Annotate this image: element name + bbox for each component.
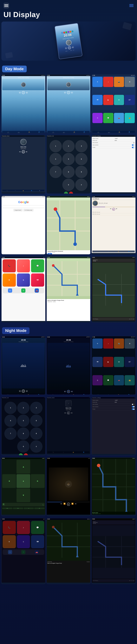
night-app-4[interactable]: ⚙ <box>124 338 135 349</box>
night-ios-messages[interactable]: 💬 <box>31 521 44 534</box>
map-go-btn[interactable]: GO <box>48 253 52 254</box>
nav-right[interactable]: ► <box>31 474 44 488</box>
app-carplay[interactable]: 🚗 <box>114 113 124 123</box>
hamburger-icon[interactable] <box>4 3 9 9</box>
nav-btn-3[interactable]: N <box>24 508 34 509</box>
ios-doc-1[interactable]: G <box>8 288 12 293</box>
night-next-1[interactable]: ⏭ <box>26 390 28 392</box>
night-app-1[interactable]: ✈ <box>92 338 102 349</box>
night-next-2[interactable]: ⏭ <box>71 390 73 393</box>
dial-4[interactable]: 4 <box>50 153 62 165</box>
app-bt[interactable]: BT <box>124 95 135 105</box>
night-dial-1[interactable]: 1 <box>4 402 17 414</box>
app-radio[interactable]: 📻 <box>124 113 135 123</box>
nav-btn-4[interactable]: 3D <box>34 508 44 509</box>
dial-3[interactable]: 3 <box>75 140 88 152</box>
ios-podcast[interactable]: 🎙 <box>3 274 16 286</box>
bt-music-play[interactable]: ▶ <box>22 150 25 153</box>
dial-7[interactable]: 7 <box>50 166 62 178</box>
night-dial-hash[interactable]: # <box>30 440 42 453</box>
nav-btn-2[interactable]: ZM- <box>13 508 23 509</box>
app-spotify[interactable]: S <box>92 113 102 123</box>
dial-hash[interactable]: # <box>75 178 88 191</box>
dial-8[interactable]: 8 <box>62 166 75 178</box>
night-app-3[interactable]: 📷 <box>114 338 124 349</box>
dial-2[interactable]: 2 <box>62 140 75 152</box>
power-toggle[interactable] <box>132 147 134 148</box>
night-play-2[interactable]: ⏸ <box>67 390 70 393</box>
video-ff[interactable]: ⏩ <box>72 503 74 506</box>
night-end-btn[interactable]: 📞 <box>24 453 28 455</box>
app-maps[interactable]: 🗺 <box>92 95 102 105</box>
call-btn[interactable]: 📞 <box>64 192 68 194</box>
dial-5[interactable]: 5 <box>62 153 75 165</box>
night-app-11[interactable]: 🚗 <box>114 375 124 385</box>
video-play[interactable]: ▶ <box>67 503 70 506</box>
nav-center[interactable]: ● <box>16 474 30 488</box>
night-dial-8[interactable]: 8 <box>17 428 30 440</box>
dial-0[interactable]: 0 <box>62 178 75 191</box>
night-app-12[interactable]: 📻 <box>124 375 135 385</box>
nav-up[interactable]: ▲ <box>16 460 30 474</box>
menu-icon[interactable] <box>129 4 134 8</box>
night-app-9[interactable]: S <box>92 375 102 385</box>
end-btn[interactable]: 📞 <box>69 192 73 194</box>
night-ios-doc-2[interactable]: S <box>21 550 26 554</box>
app-whatsapp[interactable]: 💬 <box>103 113 113 123</box>
day-play-2[interactable]: ⏸ <box>67 91 70 94</box>
day-next-1[interactable]: ⏭ <box>26 92 28 94</box>
night-dial-5[interactable]: 5 <box>17 414 30 427</box>
night-app-6[interactable]: ▶ <box>103 357 113 367</box>
night-bt-next[interactable]: ⏭ <box>71 412 72 414</box>
nav-btn-1[interactable]: ZM+ <box>2 508 12 509</box>
google-search[interactable] <box>2 205 44 208</box>
app-settings[interactable]: ⚙ <box>124 77 135 87</box>
google-search-btn[interactable]: Google Search <box>14 209 22 211</box>
app-youtube[interactable]: ▶ <box>103 95 113 105</box>
nav-left[interactable]: ◄ <box>2 474 16 488</box>
night-app-2[interactable]: ♪ <box>103 338 113 349</box>
night-play-1[interactable]: ⏸ <box>22 390 25 393</box>
night-dial-6[interactable]: 6 <box>30 414 42 427</box>
day-next-2[interactable]: ⏭ <box>71 92 73 94</box>
night-dial-7[interactable]: 7 <box>4 428 17 440</box>
ios-doc-2[interactable]: S <box>21 288 26 293</box>
app-photos[interactable]: 📷 <box>114 77 124 87</box>
night-call-btn[interactable]: 📞 <box>19 453 23 455</box>
night-prev-2[interactable]: ⏮ <box>64 390 66 393</box>
video-next[interactable]: ⏭ <box>75 503 76 506</box>
ios-phone[interactable]: 📞 <box>3 259 16 272</box>
day-play-1[interactable]: ⏸ <box>22 91 25 94</box>
dial-1[interactable]: 1 <box>50 140 62 152</box>
night-ios-doc-3[interactable]: 🚗 <box>35 550 39 554</box>
night-bt-play[interactable]: ▶ <box>67 412 70 414</box>
night-ios-maps[interactable]: 🗺 <box>31 535 44 548</box>
night-app-8[interactable]: BT <box>124 357 135 367</box>
auto-connect-toggle[interactable] <box>132 144 134 146</box>
ios-maps[interactable]: 🗺 <box>31 274 44 286</box>
nav-down[interactable]: ▼ <box>16 488 30 502</box>
night-ios-phone[interactable]: 📞 <box>3 521 16 534</box>
night-dial-4[interactable]: 4 <box>4 414 17 427</box>
google-lucky-btn[interactable]: I'm Feeling Lucky <box>23 209 34 211</box>
night-dial-3[interactable]: 3 <box>30 402 42 414</box>
ios-doc-3[interactable]: 🚗 <box>35 288 39 293</box>
auto-answer-toggle[interactable] <box>132 142 134 144</box>
night-ios-music[interactable]: ♪ <box>17 521 30 534</box>
ios-spotify[interactable]: S <box>17 274 30 286</box>
local-next[interactable]: ⏭ <box>116 208 117 211</box>
night-dial-2[interactable]: 2 <box>17 402 30 414</box>
night-ios-doc-1[interactable]: G <box>8 550 12 554</box>
night-app-7[interactable]: W <box>114 357 124 367</box>
app-music[interactable]: ♪ <box>103 77 113 87</box>
night-power-toggle[interactable] <box>132 408 134 410</box>
ios-music[interactable]: ♪ <box>17 259 30 272</box>
ios-messages[interactable]: 💬 <box>31 259 44 272</box>
night-ios-podcast[interactable]: 🎙 <box>3 535 16 548</box>
night-bt-prev[interactable]: ⏮ <box>64 412 66 414</box>
video-prev[interactable]: ⏮ <box>60 503 62 506</box>
night-app-5[interactable]: 🗺 <box>92 357 102 367</box>
app-telegram[interactable]: ✈ <box>92 77 102 87</box>
day-prev-1[interactable]: ⏮ <box>19 92 21 94</box>
video-rewind[interactable]: ⏪ <box>64 503 66 506</box>
